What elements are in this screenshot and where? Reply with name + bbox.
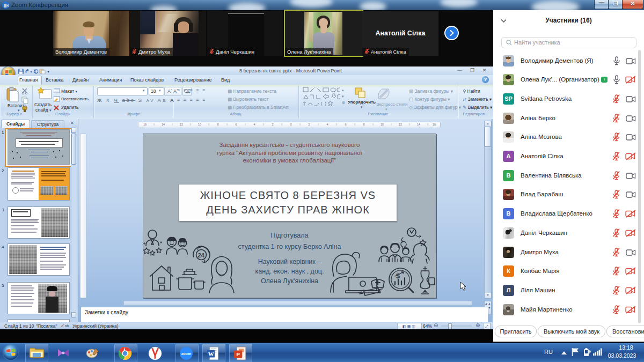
svg-text:24: 24 — [198, 252, 205, 258]
svg-text:P: P — [236, 351, 240, 357]
svg-text:16: 16 — [143, 123, 147, 126]
svg-text:▾: ▾ — [47, 69, 49, 74]
svg-text:0: 0 — [290, 123, 291, 126]
svg-text:12: 12 — [180, 123, 183, 126]
svg-text:W: W — [208, 351, 214, 357]
svg-text:zoom: zoom — [181, 352, 191, 356]
svg-text:6: 6 — [345, 123, 346, 126]
svg-text:10: 10 — [198, 123, 201, 126]
svg-text:4: 4 — [326, 123, 328, 126]
svg-text:8: 8 — [217, 123, 218, 126]
svg-text:4: 4 — [253, 123, 255, 126]
svg-text:$: $ — [396, 272, 400, 280]
svg-text:6: 6 — [235, 123, 237, 126]
svg-text:8: 8 — [363, 123, 364, 126]
svg-text:10: 10 — [380, 123, 384, 126]
svg-text:12: 12 — [399, 123, 402, 126]
svg-text:▾: ▾ — [30, 69, 32, 74]
svg-text:14: 14 — [417, 123, 420, 126]
svg-text:14: 14 — [162, 123, 165, 126]
svg-text:2: 2 — [308, 123, 310, 126]
svg-text:16: 16 — [433, 123, 436, 126]
svg-text:2: 2 — [272, 123, 273, 126]
